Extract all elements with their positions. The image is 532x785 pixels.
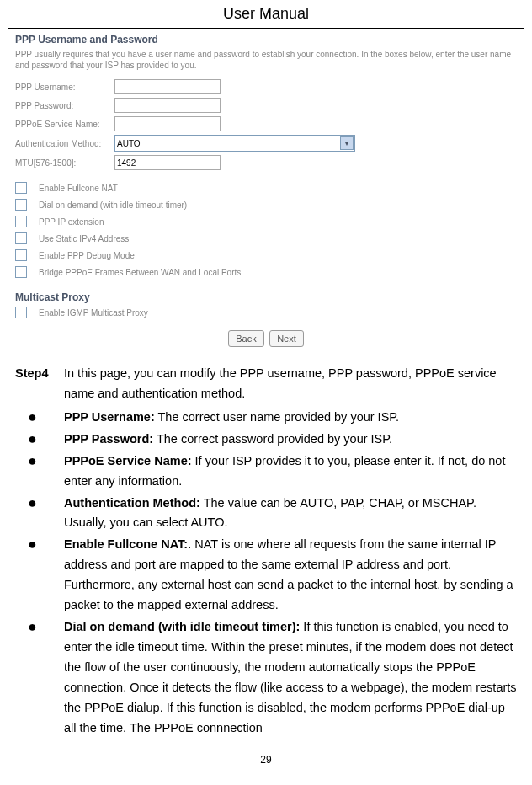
router-config-panel: PPP Username and Password PPP usually re… [15,34,517,347]
step-label: Step4 [15,364,64,404]
checkbox-label: PPP IP extension [39,217,104,227]
username-input[interactable] [114,79,221,94]
bullet-text: PPPoE Service Name: If your ISP provides… [64,451,517,492]
form-row-auth: Authentication Method: ▾ [15,135,517,152]
form-row-mtu: MTU[576-1500]: [15,155,517,170]
checkbox-row-bridge: Bridge PPPoE Frames Between WAN and Loca… [15,266,517,278]
page-header: User Manual [8,0,524,29]
next-button[interactable]: Next [269,330,304,347]
step-text: In this page, you can modify the PPP use… [64,364,517,404]
service-input[interactable] [114,116,221,131]
auth-label: Authentication Method: [15,139,114,148]
checkbox-dial[interactable] [15,199,27,211]
checkbox-row-static: Use Static IPv4 Address [15,232,517,244]
bullet-text: Dial on demand (with idle timeout timer)… [64,617,517,739]
bullet-icon: ● [15,617,64,739]
bullet-row: ● PPP Password: The correct password pro… [15,430,517,450]
bullet-text: Enable Fullcone NAT:. NAT is one where a… [64,535,517,616]
checkbox-ipext[interactable] [15,216,27,227]
step-row: Step4 In this page, you can modify the P… [15,364,517,404]
checkbox-row-ipext: PPP IP extension [15,216,517,227]
bullet-icon: ● [15,535,64,616]
checkbox-label: Enable PPP Debug Mode [39,251,135,260]
checkbox-label: Enable IGMP Multicast Proxy [39,308,148,318]
section-desc-ppp: PPP usually requires that you have a use… [15,49,517,71]
service-label: PPPoE Service Name: [15,120,114,129]
checkbox-row-fullcone: Enable Fullcone NAT [15,182,517,194]
section-title-multicast: Multicast Proxy [15,291,517,303]
section-title-ppp: PPP Username and Password [15,34,517,45]
bullet-row: ● Enable Fullcone NAT:. NAT is one where… [15,535,517,616]
checkbox-igmp[interactable] [15,307,27,318]
password-label: PPP Password: [15,101,114,110]
password-input[interactable] [114,98,221,113]
checkbox-fullcone[interactable] [15,182,27,194]
page-number: 29 [0,749,532,776]
checkbox-bridge[interactable] [15,266,27,278]
checkbox-row-dial: Dial on demand (with idle timeout timer) [15,199,517,211]
auth-select[interactable] [114,135,355,152]
chevron-down-icon[interactable]: ▾ [340,136,354,150]
bullet-icon: ● [15,408,64,428]
manual-content: Step4 In this page, you can modify the P… [0,355,532,749]
checkbox-static[interactable] [15,232,27,244]
bullet-icon: ● [15,430,64,450]
checkbox-label: Enable Fullcone NAT [39,184,118,193]
username-label: PPP Username: [15,83,114,92]
checkbox-row-igmp: Enable IGMP Multicast Proxy [15,307,517,318]
button-row: Back Next [15,330,517,347]
form-row-service: PPPoE Service Name: [15,116,517,131]
back-button[interactable]: Back [228,330,263,347]
bullet-row: ● Authentication Method: The value can b… [15,494,517,534]
bullet-icon: ● [15,451,64,492]
bullet-text: PPP Password: The correct password provi… [64,430,517,450]
form-row-password: PPP Password: [15,98,517,113]
checkbox-row-debug: Enable PPP Debug Mode [15,249,517,261]
checkbox-label: Bridge PPPoE Frames Between WAN and Loca… [39,268,241,277]
mtu-input[interactable] [114,155,221,170]
bullet-text: PPP Username: The correct user name prov… [64,408,517,428]
checkbox-label: Dial on demand (with idle timeout timer) [39,200,187,210]
checkbox-label: Use Static IPv4 Address [39,234,129,243]
bullet-icon: ● [15,494,64,534]
mtu-label: MTU[576-1500]: [15,158,114,168]
form-row-username: PPP Username: [15,79,517,94]
bullet-row: ● PPPoE Service Name: If your ISP provid… [15,451,517,492]
bullet-text: Authentication Method: The value can be … [64,494,517,534]
bullet-row: ● PPP Username: The correct user name pr… [15,408,517,428]
bullet-row: ● Dial on demand (with idle timeout time… [15,617,517,739]
checkbox-debug[interactable] [15,249,27,261]
